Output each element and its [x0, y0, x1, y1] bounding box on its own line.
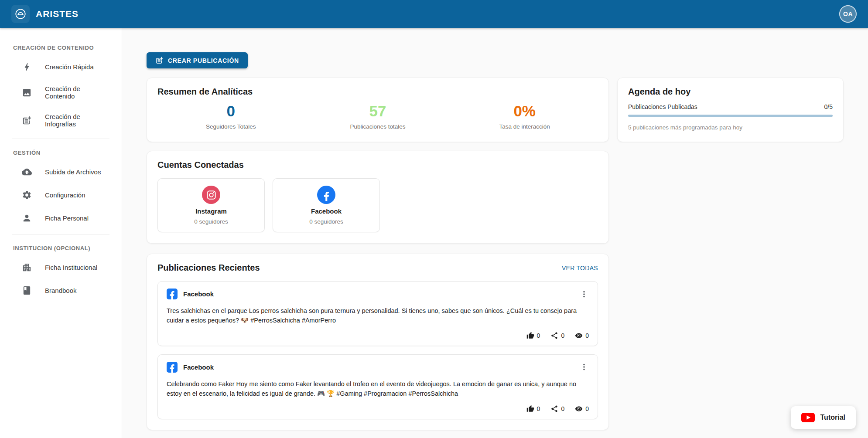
- thumb-up-icon: [526, 332, 534, 340]
- gear-icon: [22, 190, 32, 200]
- view-all-link[interactable]: VER TODAS: [562, 265, 598, 272]
- facebook-icon: [167, 362, 178, 373]
- tutorial-button[interactable]: Tutorial: [791, 406, 856, 429]
- sidebar-item-ficha-personal[interactable]: Ficha Personal: [0, 207, 122, 230]
- agenda-progress-value: 0/5: [824, 103, 833, 110]
- stat-publications-value: 57: [304, 103, 451, 120]
- post-likes-count: 0: [537, 332, 540, 339]
- post-views: 0: [575, 332, 589, 340]
- post-shares-count: 0: [561, 332, 564, 339]
- connected-accounts-title: Cuentas Conectadas: [157, 160, 598, 170]
- sidebar-section-title-creacion: CREACIÓN DE CONTENIDO: [0, 38, 122, 55]
- top-navigation-bar: ARISTES OA: [0, 0, 868, 28]
- analytics-title: Resumen de Analíticas: [157, 87, 598, 97]
- sidebar-item-brandbook[interactable]: Brandbook: [0, 279, 122, 302]
- sidebar-item-ficha-institucional[interactable]: Ficha Institucional: [0, 256, 122, 279]
- post-shares: 0: [550, 332, 564, 340]
- agenda-caption: 5 publicaciones más programadas para hoy: [628, 124, 833, 131]
- account-followers: 0 seguidores: [194, 218, 228, 225]
- sidebar: CREACIÓN DE CONTENIDO Creación Rápida Cr…: [0, 28, 122, 438]
- analytics-stats-row: 0 Seguidores Totales 57 Publicaciones to…: [157, 103, 598, 130]
- stat-interaction-label: Tasa de interacción: [451, 123, 598, 130]
- share-icon: [550, 405, 558, 413]
- bolt-icon: [22, 62, 32, 72]
- eye-icon: [575, 332, 583, 340]
- tutorial-label: Tutorial: [820, 414, 845, 421]
- more-vert-icon: [579, 289, 589, 299]
- post-card: Facebook Celebrando como Faker Hoy me si…: [157, 354, 598, 419]
- post-likes: 0: [526, 332, 540, 340]
- sidebar-item-creacion-rapida[interactable]: Creación Rápida: [0, 55, 122, 78]
- share-icon: [550, 332, 558, 340]
- account-followers: 0 seguidores: [309, 218, 343, 225]
- post-add-icon: [155, 56, 164, 65]
- thumb-up-icon: [526, 405, 534, 413]
- post-text: Tres salchichas en el parque Los perros …: [167, 306, 589, 326]
- sidebar-divider: [12, 234, 109, 234]
- stat-publications: 57 Publicaciones totales: [304, 103, 451, 130]
- analytics-summary-card: Resumen de Analíticas 0 Seguidores Total…: [147, 78, 609, 142]
- brand-title: ARISTES: [36, 9, 79, 19]
- post-likes: 0: [526, 405, 540, 413]
- sidebar-item-subida-archivos[interactable]: Subida de Archivos: [0, 160, 122, 183]
- sidebar-item-label: Ficha Personal: [45, 214, 89, 222]
- post-likes-count: 0: [537, 405, 540, 412]
- sidebar-section-title-gestion: GESTIÓN: [0, 143, 122, 160]
- post-more-options-button[interactable]: [579, 362, 589, 372]
- facebook-icon: [167, 289, 178, 299]
- connected-accounts-card: Cuentas Conectadas Instagram 0 seguidore…: [147, 151, 609, 244]
- post-views-count: 0: [585, 405, 589, 412]
- sidebar-item-label: Subida de Archivos: [45, 168, 101, 176]
- account-name: Instagram: [195, 207, 227, 215]
- accounts-row: Instagram 0 seguidores Facebook 0 seguid…: [157, 178, 598, 232]
- sidebar-item-label: Configuración: [45, 191, 85, 199]
- sidebar-item-configuracion[interactable]: Configuración: [0, 183, 122, 207]
- sidebar-divider: [12, 139, 109, 139]
- sidebar-section-title-institucion: INSTITUCION (OPCIONAL): [0, 239, 122, 256]
- agenda-progress-label: Publicaciones Publicadas: [628, 103, 697, 110]
- post-views: 0: [575, 405, 589, 413]
- post-stats: 0 0 0: [167, 405, 589, 413]
- eye-icon: [575, 405, 583, 413]
- person-icon: [22, 213, 32, 223]
- post-add-icon: [22, 115, 32, 126]
- post-text: Celebrando como Faker Hoy me siento como…: [167, 379, 589, 399]
- sidebar-item-label: Brandbook: [45, 287, 77, 294]
- sidebar-item-creacion-contenido[interactable]: Creación de Contenido: [0, 78, 122, 106]
- sidebar-item-label: Creación de Infografías: [45, 113, 109, 128]
- post-network-label: Facebook: [183, 290, 574, 298]
- post-stats: 0 0 0: [167, 332, 589, 340]
- user-avatar[interactable]: OA: [839, 5, 857, 23]
- post-network-label: Facebook: [183, 363, 574, 371]
- account-name: Facebook: [311, 207, 342, 215]
- more-vert-icon: [579, 362, 589, 372]
- sidebar-item-label: Creación Rápida: [45, 63, 94, 71]
- cloud-upload-icon: [22, 167, 32, 177]
- post-views-count: 0: [585, 332, 589, 339]
- sidebar-item-label: Creación de Contenido: [45, 85, 109, 100]
- brand-logo[interactable]: ARISTES: [11, 5, 79, 23]
- stat-followers-value: 0: [157, 103, 304, 120]
- post-shares-count: 0: [561, 405, 564, 412]
- main-content: CREAR PUBLICACIÓN Resumen de Analíticas …: [122, 28, 868, 438]
- account-tile-facebook[interactable]: Facebook 0 seguidores: [273, 178, 380, 232]
- stat-interaction-value: 0%: [451, 103, 598, 120]
- instagram-icon: [202, 186, 220, 204]
- recent-publications-card: Publicaciones Recientes VER TODAS Facebo…: [147, 254, 609, 430]
- create-publication-button[interactable]: CREAR PUBLICACIÓN: [147, 52, 248, 68]
- recent-publications-title: Publicaciones Recientes: [157, 263, 260, 273]
- agenda-card: Agenda de hoy Publicaciones Publicadas 0…: [617, 78, 844, 142]
- post-more-options-button[interactable]: [579, 289, 589, 299]
- building-icon: [22, 262, 32, 272]
- stat-followers: 0 Seguidores Totales: [157, 103, 304, 130]
- youtube-icon: [801, 413, 815, 422]
- stat-followers-label: Seguidores Totales: [157, 123, 304, 130]
- sidebar-item-label: Ficha Institucional: [45, 264, 97, 271]
- account-tile-instagram[interactable]: Instagram 0 seguidores: [157, 178, 265, 232]
- book-icon: [22, 285, 32, 295]
- post-card: Facebook Tres salchichas en el parque Lo…: [157, 281, 598, 346]
- aristes-logo-icon: [11, 5, 30, 23]
- agenda-title: Agenda de hoy: [628, 87, 833, 97]
- create-publication-label: CREAR PUBLICACIÓN: [168, 57, 239, 64]
- sidebar-item-creacion-infografias[interactable]: Creación de Infografías: [0, 106, 122, 134]
